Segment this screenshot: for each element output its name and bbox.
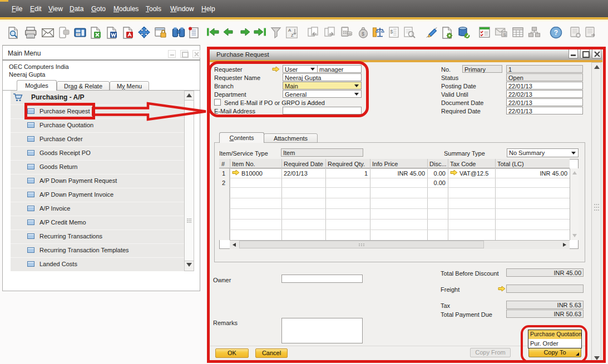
svg-text:A: A [288,28,291,33]
svg-text:Z: Z [291,33,294,38]
svg-text:$: $ [390,29,393,34]
svg-text:S: S [503,32,506,37]
svg-text:?: ? [554,29,558,37]
svg-text:$: $ [362,31,364,37]
